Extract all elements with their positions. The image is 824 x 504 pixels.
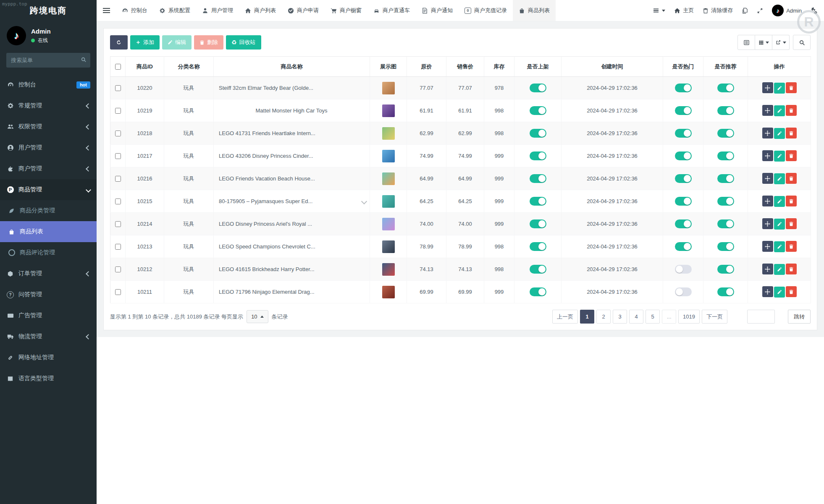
tab-system-config[interactable]: 系统配置 — [153, 0, 196, 21]
hot-toggle[interactable] — [675, 151, 692, 160]
row-delete-button[interactable] — [786, 286, 797, 297]
row-edit-button[interactable] — [774, 128, 785, 139]
row-checkbox[interactable] — [115, 153, 121, 159]
hot-toggle[interactable] — [675, 84, 692, 92]
row-edit-button[interactable] — [774, 264, 785, 275]
row-edit-button[interactable] — [774, 196, 785, 207]
jump-page-input[interactable] — [747, 310, 775, 324]
move-button[interactable] — [762, 150, 773, 161]
sidebar-item-product-category[interactable]: 商品分类管理 — [0, 200, 97, 221]
tab-dashboard[interactable]: 控制台 — [116, 0, 153, 21]
row-delete-button[interactable] — [786, 105, 797, 116]
pager-page-2[interactable]: 2 — [596, 310, 611, 324]
product-thumbnail[interactable] — [382, 172, 395, 185]
on-sale-toggle[interactable] — [530, 106, 546, 115]
hot-toggle[interactable] — [675, 197, 692, 206]
sidebar-item-product-comment[interactable]: 商品评论管理 — [0, 242, 97, 263]
row-edit-button[interactable] — [774, 173, 785, 184]
row-edit-button[interactable] — [774, 151, 785, 162]
hot-toggle[interactable] — [675, 129, 692, 138]
sidebar-item-users[interactable]: 用户管理 — [0, 137, 97, 158]
sidebar-item-product[interactable]: P 商品管理 — [0, 179, 97, 200]
on-sale-toggle[interactable] — [530, 242, 546, 251]
sidebar-item-language[interactable]: 语言类型管理 — [0, 368, 97, 389]
recommend-toggle[interactable] — [717, 287, 734, 296]
product-thumbnail[interactable] — [382, 195, 395, 208]
chevron-down-icon[interactable] — [361, 198, 367, 204]
move-button[interactable] — [762, 218, 773, 229]
row-checkbox[interactable] — [115, 244, 121, 250]
hot-toggle[interactable] — [675, 106, 692, 115]
refresh-button[interactable] — [110, 35, 128, 50]
sidebar-item-network[interactable]: 网络地址管理 — [0, 347, 97, 368]
row-checkbox[interactable] — [115, 266, 121, 272]
avatar[interactable]: ♪ — [7, 26, 26, 45]
sidebar-item-dashboard[interactable]: 控制台 hot — [0, 74, 97, 95]
pager-page-4[interactable]: 4 — [629, 310, 643, 324]
recommend-toggle[interactable] — [717, 265, 734, 274]
recommend-toggle[interactable] — [717, 197, 734, 206]
row-checkbox[interactable] — [115, 108, 121, 114]
row-checkbox[interactable] — [115, 221, 121, 227]
row-edit-button[interactable] — [774, 83, 785, 94]
product-thumbnail[interactable] — [382, 127, 395, 140]
move-button[interactable] — [762, 241, 773, 252]
on-sale-toggle[interactable] — [530, 129, 546, 138]
row-checkbox[interactable] — [115, 198, 121, 204]
detail-view-button[interactable] — [737, 35, 755, 50]
export-dropdown-button[interactable] — [772, 35, 790, 50]
edit-button[interactable]: 编辑 — [162, 35, 192, 50]
row-checkbox[interactable] — [115, 289, 121, 295]
clear-cache-link[interactable]: 清除缓存 — [703, 7, 733, 14]
product-thumbnail[interactable] — [382, 82, 395, 94]
product-thumbnail[interactable] — [382, 286, 395, 298]
tab-merchant-recharge[interactable]: 0 商户充值记录 — [459, 0, 513, 21]
admin-profile[interactable]: ♪ Admin — [772, 5, 802, 16]
tab-merchant-list[interactable]: 商户列表 — [239, 0, 282, 21]
sidebar-item-logistics[interactable]: 物流管理 — [0, 326, 97, 347]
recycle-bin-button[interactable]: ♻ 回收站 — [226, 35, 261, 50]
row-delete-button[interactable] — [786, 128, 797, 138]
recommend-toggle[interactable] — [717, 174, 734, 183]
row-edit-button[interactable] — [774, 287, 785, 298]
menu-toggle-dropdown[interactable] — [653, 7, 665, 14]
on-sale-toggle[interactable] — [530, 219, 546, 228]
pager-page-1[interactable]: 1 — [580, 310, 594, 324]
tab-user-management[interactable]: 用户管理 — [196, 0, 239, 21]
recommend-toggle[interactable] — [717, 106, 734, 115]
product-thumbnail[interactable] — [382, 240, 395, 253]
row-delete-button[interactable] — [786, 264, 797, 274]
sidebar-item-product-list[interactable]: 商品列表 — [0, 221, 97, 242]
recommend-toggle[interactable] — [717, 242, 734, 251]
row-delete-button[interactable] — [786, 173, 797, 184]
on-sale-toggle[interactable] — [530, 151, 546, 160]
move-button[interactable] — [762, 105, 773, 116]
hot-toggle[interactable] — [675, 174, 692, 183]
on-sale-toggle[interactable] — [530, 287, 546, 296]
pager-next[interactable]: 下一页 — [702, 310, 727, 324]
tab-merchant-notice[interactable]: 商户通知 — [416, 0, 459, 21]
recommend-toggle[interactable] — [717, 84, 734, 92]
move-button[interactable] — [762, 196, 773, 206]
product-thumbnail[interactable] — [382, 218, 395, 230]
product-thumbnail[interactable] — [382, 150, 395, 162]
on-sale-toggle[interactable] — [530, 84, 546, 92]
row-checkbox[interactable] — [115, 131, 121, 136]
on-sale-toggle[interactable] — [530, 197, 546, 206]
row-delete-button[interactable] — [786, 196, 797, 206]
sidebar-item-order[interactable]: 订单管理 — [0, 263, 97, 284]
row-delete-button[interactable] — [786, 241, 797, 252]
hot-toggle[interactable] — [675, 287, 692, 296]
search-toggle-button[interactable] — [793, 35, 811, 50]
recommend-toggle[interactable] — [717, 219, 734, 228]
add-button[interactable]: 添加 — [130, 35, 160, 50]
sidebar-item-general[interactable]: 常规管理 — [0, 95, 97, 116]
row-delete-button[interactable] — [786, 82, 797, 93]
move-button[interactable] — [762, 128, 773, 138]
pager-page-5[interactable]: 5 — [646, 310, 660, 324]
select-all-checkbox[interactable] — [115, 64, 121, 70]
menu-search-input[interactable] — [6, 53, 90, 68]
per-page-select[interactable]: 10 — [247, 310, 268, 323]
search-icon[interactable] — [81, 57, 87, 63]
hot-toggle[interactable] — [675, 219, 692, 228]
